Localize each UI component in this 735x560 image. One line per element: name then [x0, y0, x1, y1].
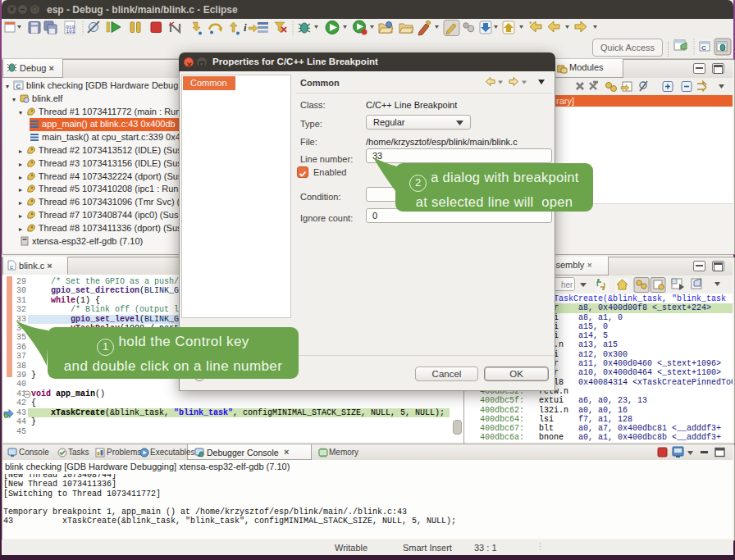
svg-text:*: *: [529, 20, 532, 28]
svg-text:101: 101: [66, 29, 75, 34]
svg-text:C: C: [16, 83, 21, 90]
svg-text:i: i: [244, 21, 247, 34]
svg-text:C: C: [701, 44, 706, 52]
svg-text:c: c: [10, 263, 13, 271]
